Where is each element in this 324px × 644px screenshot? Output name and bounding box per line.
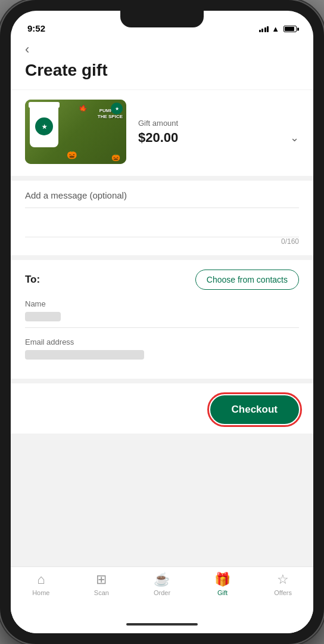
status-icons: ▲ xyxy=(259,24,297,33)
gift-card-section: 🍂 🍁 🎃 🎃 ★ xyxy=(11,90,313,176)
phone-screen: 9:52 ▲ ‹ Create gift xyxy=(11,11,313,633)
email-field-group: Email address xyxy=(25,338,299,360)
to-header: To: Choose from contacts xyxy=(25,270,299,290)
nav-item-order[interactable]: ☕ Order xyxy=(132,572,192,596)
nav-label-scan: Scan xyxy=(94,589,109,596)
signal-bar-1 xyxy=(259,30,261,32)
wifi-icon: ▲ xyxy=(272,24,279,33)
starbucks-star: ★ xyxy=(42,123,47,130)
header-area: ‹ Create gift xyxy=(11,37,313,89)
home-indicator xyxy=(11,615,313,633)
signal-bars-icon xyxy=(259,26,269,32)
message-section: Add a message (optional) 0/160 xyxy=(11,181,313,255)
order-icon: ☕ xyxy=(154,572,170,587)
name-field-value-blurred[interactable] xyxy=(25,312,61,321)
gift-amount-label: Gift amount xyxy=(138,119,299,128)
scan-icon: ⊞ xyxy=(96,572,107,587)
notch xyxy=(120,11,204,27)
pumpkin-decoration-2: 🎃 xyxy=(111,153,120,162)
signal-bar-3 xyxy=(264,27,266,32)
phone-frame: 9:52 ▲ ‹ Create gift xyxy=(0,0,324,644)
message-label: Add a message (optional) xyxy=(25,190,299,200)
gift-icon: 🎁 xyxy=(214,572,230,587)
checkout-area: Checkout xyxy=(11,383,313,434)
nav-item-scan[interactable]: ⊞ Scan xyxy=(71,572,132,596)
gift-card-image: 🍂 🍁 🎃 🎃 ★ xyxy=(25,100,126,164)
gift-amount-area[interactable]: Gift amount $20.00 ⌄ xyxy=(138,119,299,145)
pumpkin-decoration: 🎃 xyxy=(67,150,77,159)
checkout-button-wrapper: Checkout xyxy=(210,395,299,424)
checkout-button[interactable]: Checkout xyxy=(210,395,299,424)
scrollable-area: ‹ Create gift 🍂 🍁 🎃 🎃 xyxy=(11,37,313,566)
battery-fill xyxy=(285,27,294,31)
message-input-area[interactable] xyxy=(25,208,299,237)
nav-item-offers[interactable]: ☆ Offers xyxy=(253,572,313,596)
to-section: To: Choose from contacts Name Email addr… xyxy=(11,260,313,379)
choose-contacts-button[interactable]: Choose from contacts xyxy=(195,270,299,290)
starbucks-circle: ★ xyxy=(35,117,53,135)
page-title: Create gift xyxy=(25,61,299,80)
offers-icon: ☆ xyxy=(277,572,289,587)
email-field-value-blurred[interactable] xyxy=(25,350,144,360)
starbucks-logo-star: ★ xyxy=(115,106,119,112)
battery-icon xyxy=(284,26,297,32)
leaf-decoration-2: 🍁 xyxy=(77,103,88,113)
cup-shape: ★ xyxy=(30,106,58,147)
to-label: To: xyxy=(25,274,40,286)
pump-text-line2: THE SPICE xyxy=(98,114,123,120)
bottom-nav: ⌂ Home ⊞ Scan ☕ Order 🎁 Gift ☆ Of xyxy=(11,566,313,615)
nav-label-offers: Offers xyxy=(274,589,292,596)
main-content: ‹ Create gift 🍂 🍁 🎃 🎃 xyxy=(11,37,313,633)
name-field-label: Name xyxy=(25,299,299,308)
home-icon: ⌂ xyxy=(37,572,45,587)
nav-label-order: Order xyxy=(154,589,170,596)
back-button[interactable]: ‹ xyxy=(25,42,29,57)
chevron-down-icon[interactable]: ⌄ xyxy=(290,131,299,144)
name-field-group: Name xyxy=(25,299,299,328)
section-divider xyxy=(11,255,313,260)
email-field-label: Email address xyxy=(25,338,299,346)
nav-item-gift[interactable]: 🎁 Gift xyxy=(192,572,253,596)
message-counter: 0/160 xyxy=(25,237,299,246)
nav-label-home: Home xyxy=(32,589,49,596)
card-background: 🍂 🍁 🎃 🎃 ★ xyxy=(25,100,126,164)
signal-bar-4 xyxy=(267,26,269,32)
nav-label-gift: Gift xyxy=(217,589,228,596)
starbucks-logo-card: ★ xyxy=(111,103,123,114)
status-time: 9:52 xyxy=(27,23,45,33)
home-bar xyxy=(126,623,198,626)
gift-amount-value: $20.00 xyxy=(138,130,178,145)
cup-lid xyxy=(29,102,60,108)
gift-amount-row: $20.00 ⌄ xyxy=(138,130,299,145)
nav-item-home[interactable]: ⌂ Home xyxy=(11,572,71,596)
signal-bar-2 xyxy=(261,29,263,32)
